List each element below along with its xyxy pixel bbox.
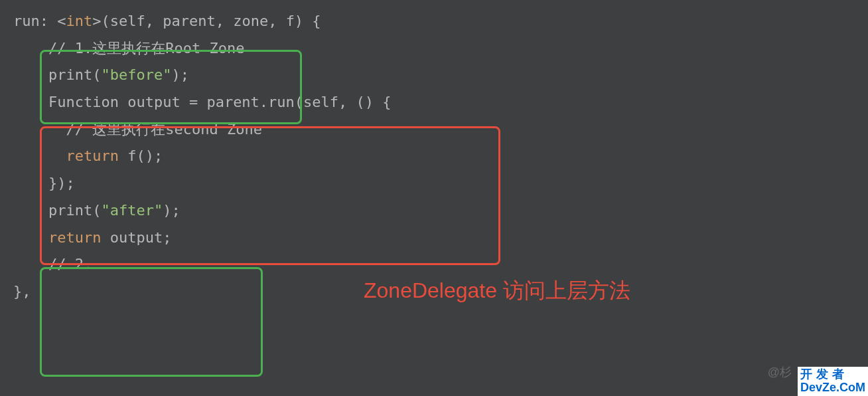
- code-line-1: run: <int>(self, parent, zone, f) {: [0, 8, 868, 35]
- watermark-text: @杉: [768, 364, 792, 380]
- code-line-6: return f();: [0, 143, 868, 170]
- code-line-2: // 1.这里执行在Root Zone: [0, 35, 868, 62]
- code-line-8: print("after");: [0, 197, 868, 225]
- code-block: run: <int>(self, parent, zone, f) { // 1…: [0, 8, 868, 306]
- code-line-4: Function output = parent.run(self, () {: [0, 89, 868, 116]
- code-line-5: // 这里执行在second Zone: [0, 116, 868, 144]
- logo-line-1: 开发者: [800, 368, 865, 381]
- annotation-text: ZoneDelegate 访问上层方法: [364, 276, 630, 306]
- code-line-3: print("before");: [0, 62, 868, 89]
- code-line-10: // 2.: [0, 251, 868, 278]
- logo-line-2: DevZe.CoM: [800, 381, 865, 395]
- code-line-9: return output;: [0, 225, 868, 252]
- code-line-7: });: [0, 170, 868, 197]
- site-logo: 开发者 DevZe.CoM: [798, 367, 868, 396]
